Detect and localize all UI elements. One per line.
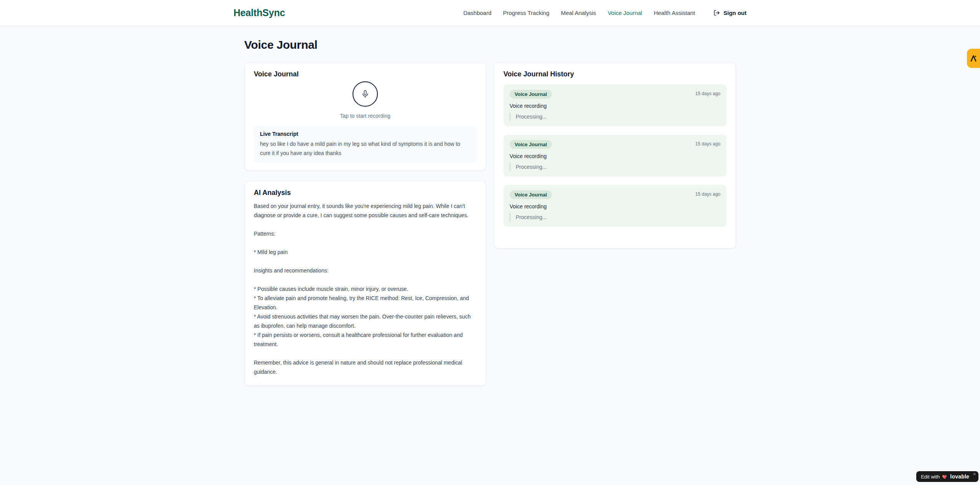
- sign-out-label: Sign out: [723, 10, 747, 16]
- top-navbar: HealthSync Dashboard Progress Tracking M…: [0, 0, 980, 26]
- history-item[interactable]: Voice Journal 15 days ago Voice recordin…: [503, 185, 727, 227]
- microphone-icon: [361, 90, 369, 98]
- nav-item-voice-journal[interactable]: Voice Journal: [608, 10, 642, 16]
- voice-journal-history-card: Voice Journal History Voice Journal 15 d…: [494, 62, 736, 249]
- content-grid: Voice Journal Tap to start rec: [244, 62, 736, 386]
- ai-analysis-card: AI Analysis Based on your journal entry,…: [244, 181, 486, 386]
- record-button[interactable]: [353, 81, 378, 107]
- dev-tool-edge-badge[interactable]: [967, 49, 980, 68]
- entry-type-badge: Voice Journal: [510, 140, 552, 149]
- history-item-head: Voice Journal 15 days ago: [510, 190, 720, 199]
- lovable-brand-label: lovable: [950, 473, 969, 480]
- entry-description: Voice recording: [510, 153, 720, 159]
- primary-nav: Dashboard Progress Tracking Meal Analysi…: [463, 10, 747, 16]
- history-item[interactable]: Voice Journal 15 days ago Voice recordin…: [503, 135, 727, 177]
- tap-to-record-label: Tap to start recording: [254, 113, 477, 119]
- recorder-center: Tap to start recording: [254, 78, 477, 119]
- page-title: Voice Journal: [244, 38, 736, 51]
- sign-out-button[interactable]: Sign out: [713, 10, 747, 16]
- lambda-icon: [969, 54, 978, 63]
- entry-description: Voice recording: [510, 203, 720, 210]
- nav-item-meal-analysis[interactable]: Meal Analysis: [561, 10, 596, 16]
- entry-timestamp: 15 days ago: [695, 90, 720, 96]
- history-list: Voice Journal 15 days ago Voice recordin…: [503, 84, 727, 227]
- edit-with-label: Edit with: [921, 474, 940, 480]
- history-item[interactable]: Voice Journal 15 days ago Voice recordin…: [503, 84, 727, 126]
- brand-logo[interactable]: HealthSync: [233, 7, 285, 18]
- entry-timestamp: 15 days ago: [695, 140, 720, 147]
- entry-timestamp: 15 days ago: [695, 190, 720, 197]
- nav-item-progress-tracking[interactable]: Progress Tracking: [503, 10, 550, 16]
- entry-type-badge: Voice Journal: [510, 90, 552, 99]
- entry-status: Processing...: [510, 163, 720, 171]
- voice-recorder-card: Voice Journal Tap to start rec: [244, 62, 486, 171]
- entry-status: Processing...: [510, 112, 720, 121]
- recorder-card-title: Voice Journal: [254, 70, 477, 78]
- nav-item-health-assistant[interactable]: Health Assistant: [654, 10, 695, 16]
- entry-type-badge: Voice Journal: [510, 190, 552, 199]
- nav-item-dashboard[interactable]: Dashboard: [463, 10, 491, 16]
- voice-journal-page: HealthSync Dashboard Progress Tracking M…: [0, 0, 980, 485]
- ai-analysis-body: Based on your journal entry, it sounds l…: [254, 201, 477, 376]
- main-content: Voice Journal Voice Journal: [244, 26, 736, 386]
- gradient-heart-icon: [942, 474, 948, 479]
- live-transcript-text: hey so like I do have a mild pain in my …: [260, 139, 470, 158]
- history-item-head: Voice Journal 15 days ago: [510, 140, 720, 149]
- close-icon[interactable]: ✕: [973, 472, 976, 476]
- live-transcript-box: Live Transcript hey so like I do have a …: [254, 126, 477, 163]
- ai-analysis-title: AI Analysis: [254, 189, 477, 197]
- history-card-title: Voice Journal History: [503, 70, 727, 78]
- edit-with-lovable-badge[interactable]: Edit with lovable ✕: [916, 471, 978, 482]
- live-transcript-title: Live Transcript: [260, 131, 470, 137]
- left-column: Voice Journal Tap to start rec: [244, 62, 486, 386]
- entry-description: Voice recording: [510, 103, 720, 109]
- logout-icon: [713, 10, 720, 16]
- history-item-head: Voice Journal 15 days ago: [510, 90, 720, 99]
- navbar-inner: HealthSync Dashboard Progress Tracking M…: [233, 0, 747, 26]
- entry-status: Processing...: [510, 213, 720, 221]
